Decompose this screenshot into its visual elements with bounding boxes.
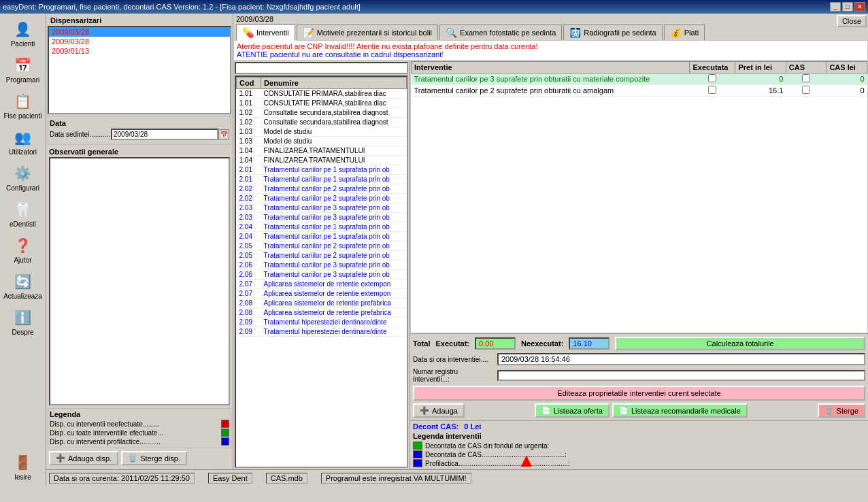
col-cod-header[interactable]: Cod <box>237 78 261 89</box>
window-close-button[interactable]: ✕ <box>854 2 865 12</box>
decont-row-2: Profilactica............................… <box>413 459 865 467</box>
minimize-button[interactable]: _ <box>830 2 841 12</box>
main-interventie-0: Tratamentul cariilor pe 3 suprafete prin… <box>412 73 690 85</box>
interventii-row-20[interactable]: 2.07Aplicarea sistemelor de retentie ext… <box>237 280 407 289</box>
interventii-row-18[interactable]: 2.06Tratamentul cariilor pe 3 suprafete … <box>237 261 407 270</box>
dispensarizari-item-0[interactable]: 2009/03/28 <box>49 27 230 37</box>
interventii-cod-10: 2.02 <box>237 184 261 194</box>
sterge-disp-button[interactable]: 🗑️ Sterge disp. <box>121 451 187 465</box>
main-executata-0[interactable] <box>690 73 735 85</box>
interventii-row-3[interactable]: 1.02Consultatie secundara,stabilirea dia… <box>237 118 407 127</box>
interventii-row-10[interactable]: 2.02Tratamentul cariilor pe 2 suprafete … <box>237 184 407 194</box>
main-interventie-container[interactable]: Interventie Executata Pret in lei CAS CA… <box>410 61 868 333</box>
interventii-row-14[interactable]: 2.04Tratamentul cariilor pe 1 suprafata … <box>237 222 407 232</box>
adauga-button[interactable]: ➕ Adauga <box>413 403 465 418</box>
dispensarizari-item-1[interactable]: 2009/03/28 <box>49 37 230 46</box>
interventii-row-8[interactable]: 2.01Tratamentul cariilor pe 1 suprafata … <box>237 165 407 175</box>
interventii-row-24[interactable]: 2.09Tratamentul hiperesteziei dentinare/… <box>237 318 407 327</box>
interventii-denumire-21: Aplicarea sistemelor de retentie extempo… <box>261 289 407 299</box>
sterge-button[interactable]: 🗑️ Sterge <box>818 403 865 418</box>
main-cas-0[interactable] <box>786 73 827 85</box>
legend-color-1 <box>221 429 229 437</box>
window-controls: _ □ ✕ <box>830 2 865 12</box>
interventii-row-23[interactable]: 2.08Aplicarea sistemelor de retentie pre… <box>237 308 407 318</box>
sidebar-item-edentisti[interactable]: 🦷 eDentisti <box>1 195 45 231</box>
tab-interventii-label: Interventii <box>256 29 289 37</box>
decont-color-1 <box>413 450 422 458</box>
interventii-row-1[interactable]: 1.01CONSULTATIE PRIMARA,stabilirea diac <box>237 99 407 108</box>
dispensarizari-item-2[interactable]: 2009/01/13 <box>49 46 230 56</box>
interventii-row-17[interactable]: 2.05Tratamentul cariilor pe 2 suprafete … <box>237 251 407 261</box>
interventii-row-15[interactable]: 2.04Tratamentul cariilor pe 1 suprafata … <box>237 232 407 241</box>
interventii-list-container[interactable]: Cod Denumire 1.01CONSULTATIE PRIMARA,sta… <box>235 76 408 468</box>
dispensarizari-list[interactable]: 2009/03/28 2009/03/28 2009/01/13 <box>48 26 231 114</box>
adauga-disp-button[interactable]: ➕ Adauga disp. <box>49 451 118 465</box>
interventii-row-11[interactable]: 2.02Tratamentul cariilor pe 2 suprafete … <box>237 194 407 203</box>
interventii-cod-3: 1.02 <box>237 118 261 127</box>
maximize-button[interactable]: □ <box>842 2 853 12</box>
main-col-cas: CAS <box>786 62 827 73</box>
main-cas-1[interactable] <box>786 85 827 97</box>
numar-input[interactable] <box>497 370 865 381</box>
sidebar: 👤 Pacienti 📅 Programari 📋 Fise pacienti … <box>0 14 46 486</box>
interventii-row-9[interactable]: 2.01Tratamentul cariilor pe 1 suprafata … <box>237 175 407 184</box>
interventii-row-22[interactable]: 2.08Aplicarea sistemelor de retentie pre… <box>237 299 407 308</box>
sidebar-item-fise-pacienti[interactable]: 📋 Fise pacienti <box>1 87 45 123</box>
sidebar-item-despre[interactable]: ℹ️ Despre <box>1 303 45 339</box>
interventii-row-5[interactable]: 1.03Model de studiu <box>237 137 407 146</box>
interventii-row-6[interactable]: 1.04FINALIZAREA TRATAMENTULUI <box>237 146 407 156</box>
listeaza-oferta-button[interactable]: 📄 Listeaza oferta <box>535 403 610 418</box>
interventii-row-4[interactable]: 1.03Model de studiu <box>237 127 407 137</box>
interventii-row-19[interactable]: 2.06Tratamentul cariilor pe 3 suprafete … <box>237 270 407 280</box>
interventii-denumire-7: FINALIZAREA TRATAMENTULUI <box>261 156 407 165</box>
sidebar-item-programari[interactable]: 📅 Programari <box>1 51 45 87</box>
legend-color-0 <box>221 420 229 428</box>
total-label: Total <box>413 339 430 348</box>
main-executata-1[interactable] <box>690 85 735 97</box>
calculeaza-btn[interactable]: Calculeaza totalurile <box>615 337 865 350</box>
interventii-cod-7: 1.04 <box>237 156 261 165</box>
interventii-row-2[interactable]: 1.02Consultatie secundara,stabilirea dia… <box>237 108 407 118</box>
main-row-0[interactable]: Tratamentul cariilor pe 3 suprafete prin… <box>412 73 867 85</box>
legend-text-0: Disp. cu interventii neefectuate........… <box>50 420 218 428</box>
adauga-label: Adauga <box>432 407 458 415</box>
editeaza-button[interactable]: Editeaza proprietatile interventiei cure… <box>413 386 865 401</box>
sidebar-item-utilizatori[interactable]: 👥 Utilizatori <box>1 123 45 159</box>
right-date-bar: 2009/03/28 <box>233 14 868 24</box>
sidebar-item-pacienti[interactable]: 👤 Pacienti <box>1 15 45 51</box>
interventii-row-16[interactable]: 2.05Tratamentul cariilor pe 2 suprafete … <box>237 241 407 251</box>
interventii-row-21[interactable]: 2.07Aplicarea sistemelor de retentie ext… <box>237 289 407 299</box>
interventii-row-7[interactable]: 1.04FINALIZAREA TRATAMENTULUI <box>237 156 407 165</box>
tab-motivele[interactable]: 📝 Motivele prezentarii si istoricul boli… <box>297 24 438 40</box>
sidebar-item-ajutor[interactable]: ❓ Ajutor <box>1 231 45 267</box>
col-denumire-header[interactable]: Denumire <box>261 78 407 89</box>
interventii-denumire-23: Aplicarea sistemelor de retentie prefabr… <box>261 308 407 318</box>
interventii-denumire-17: Tratamentul cariilor pe 2 suprafete prin… <box>261 251 407 261</box>
data-sedintei-input[interactable] <box>111 129 218 140</box>
tab-interventii[interactable]: 💊 Interventii <box>236 24 295 41</box>
sidebar-item-configurari[interactable]: ⚙️ Configurari <box>1 159 45 195</box>
interventii-denumire-15: Tratamentul cariilor pe 1 suprafata prin… <box>261 232 407 241</box>
interventii-denumire-1: CONSULTATIE PRIMARA,stabilirea diac <box>261 99 407 108</box>
tab-examen[interactable]: 🔍 Examen fotostatic pe sedinta <box>439 24 562 40</box>
sidebar-item-actualizeaza[interactable]: 🔄 Actualizeaza <box>1 267 45 303</box>
tab-plati[interactable]: 💰 Plati <box>664 24 705 40</box>
observatii-textarea[interactable] <box>49 157 230 405</box>
status-app: Easy Dent <box>208 473 252 484</box>
close-button[interactable]: Close <box>837 15 867 27</box>
executat-label: Executat: <box>435 339 469 348</box>
interventii-row-25[interactable]: 2.09Tratamentul hiperesteziei dentinare/… <box>237 327 407 337</box>
sidebar-item-iesire[interactable]: 🚪 Iesire <box>1 448 45 484</box>
listeaza-recomandari-button[interactable]: 📄 Listeaza recomandarile medicale <box>612 403 748 418</box>
interventii-row-13[interactable]: 2.03Tratamentul cariilor pe 3 suprafete … <box>237 213 407 222</box>
interventii-row-0[interactable]: 1.01CONSULTATIE PRIMARA,stabilirea diac <box>237 89 407 99</box>
cod-filter-input[interactable] <box>235 62 408 74</box>
interventii-denumire-10: Tratamentul cariilor pe 2 suprafete prin… <box>261 184 407 194</box>
adauga-disp-icon: ➕ <box>56 454 65 463</box>
calendar-button[interactable]: 📅 <box>218 129 229 140</box>
interventii-denumire-4: Model de studiu <box>261 127 407 137</box>
tab-radiografii[interactable]: 🩻 Radiografii pe sedinta <box>563 24 662 40</box>
tabs-bar: 💊 Interventii 📝 Motivele prezentarii si … <box>233 24 868 40</box>
main-row-1[interactable]: Tratamentul cariilor pe 2 suprafete prin… <box>412 85 867 97</box>
interventii-row-12[interactable]: 2.03Tratamentul cariilor pe 3 suprafete … <box>237 203 407 213</box>
